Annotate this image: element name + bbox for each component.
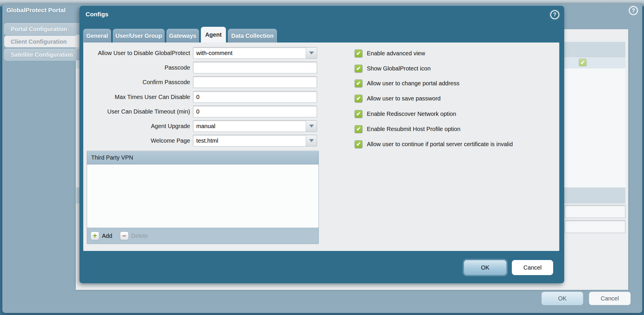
question-mark-icon: ? (632, 8, 635, 14)
check-icon: ✔ (356, 66, 361, 72)
third-party-vpn-body-empty[interactable] (87, 164, 319, 228)
checkbox-label: Enable Resubmit Host Profile option (367, 126, 460, 132)
sidebar-tab-label: Client Configuration (11, 38, 67, 45)
field-label: Agent Upgrade (83, 123, 193, 130)
sidebar-tab-client-configuration[interactable]: Client Configuration (4, 36, 82, 47)
checkbox-allow-change-portal-address[interactable]: ✔ Allow user to change portal address (355, 79, 459, 87)
checkbox-checked[interactable]: ✔ (355, 65, 362, 72)
question-mark-icon: ? (553, 12, 556, 18)
dialog-help-icon[interactable]: ? (550, 10, 559, 19)
checkbox-label: Show GlobalProtect icon (367, 65, 431, 72)
tab-label: Gateways (169, 33, 196, 39)
check-icon: ✔ (356, 111, 361, 117)
check-icon: ✔ (356, 50, 361, 56)
checkbox-label: Allow user to save password (367, 95, 440, 102)
tab-gateways[interactable]: Gateways (167, 29, 199, 43)
chevron-down-icon (309, 52, 314, 54)
window-title: GlobalProtect Portal (6, 7, 66, 14)
tab-data-collection[interactable]: Data Collection (228, 29, 277, 43)
tab-user-user-group[interactable]: User/User Group (113, 29, 164, 43)
checkbox-checked[interactable]: ✔ (355, 49, 362, 57)
window-cancel-button[interactable]: Cancel (589, 292, 631, 305)
check-icon: ✔ (356, 95, 361, 102)
sidebar-tab-label: Satellite Configuration (11, 52, 73, 58)
field-label: Confirm Passcode (83, 79, 193, 86)
column-header-label: Third Party VPN (91, 154, 133, 161)
tab-general[interactable]: General (83, 29, 111, 43)
dropdown-button[interactable] (306, 47, 317, 59)
checkbox-enable-rediscover-network[interactable]: ✔ Enable Rediscover Network option (355, 110, 456, 118)
tab-label: User/User Group (115, 33, 162, 39)
add-button[interactable]: + Add (91, 231, 112, 240)
field-label: Allow User to Disable GlobalProtect (83, 50, 193, 56)
agent-upgrade-select[interactable] (193, 120, 317, 132)
welcome-page-select[interactable] (193, 135, 317, 146)
form-row: Welcome Page (83, 135, 317, 146)
third-party-vpn-header[interactable]: Third Party VPN (87, 151, 319, 164)
dropdown-button[interactable] (306, 135, 317, 146)
check-icon: ✔ (356, 141, 361, 147)
sidebar-tab-portal-configuration[interactable]: Portal Configuration (4, 23, 82, 35)
check-icon: ✔ (356, 126, 361, 132)
cancel-label: Cancel (523, 264, 542, 271)
field-label: Welcome Page (83, 137, 193, 144)
ok-label: OK (558, 295, 567, 302)
checkbox-label: Enable Rediscover Network option (367, 111, 456, 117)
checkbox-label: Allow user to continue if portal server … (367, 141, 513, 148)
minus-icon: − (120, 231, 129, 240)
tab-label: Data Collection (231, 33, 274, 39)
form-row: Confirm Passcode (83, 76, 317, 88)
dialog-tabbar: General User/User Group Gateways Agent D… (83, 29, 277, 43)
checkbox-checked[interactable]: ✔ (355, 110, 362, 118)
field-label: User Can Disable Timeout (min) (83, 108, 193, 115)
max-times-user-can-disable-field[interactable] (193, 91, 317, 103)
form-row: User Can Disable Timeout (min) (83, 106, 317, 117)
checkbox-allow-save-password[interactable]: ✔ Allow user to save password (355, 95, 440, 102)
tab-label: Agent (205, 31, 222, 38)
checkbox-checked[interactable]: ✔ (355, 140, 362, 148)
tab-agent[interactable]: Agent (201, 27, 226, 43)
check-icon: ✔ (356, 80, 361, 86)
dialog-title: Configs (86, 11, 108, 18)
dialog-cancel-button[interactable]: Cancel (512, 260, 553, 275)
checkbox-enable-advanced-view[interactable]: ✔ Enable advanced view (355, 49, 425, 57)
cancel-label: Cancel (601, 295, 619, 302)
plus-icon: + (91, 231, 99, 240)
ok-label: OK (481, 264, 489, 271)
form-row: Max Times User Can Disable (83, 91, 317, 103)
user-can-disable-timeout-field[interactable] (193, 106, 317, 117)
checkbox-checked[interactable]: ✔ (355, 125, 362, 133)
checkbox-checked[interactable]: ✔ (355, 79, 362, 87)
background-field-2[interactable] (565, 220, 626, 233)
tab-label: General (86, 33, 108, 39)
agent-tab-panel: Allow User to Disable GlobalProtect Pass… (83, 43, 559, 251)
checkbox-checked[interactable]: ✔ (355, 95, 362, 102)
dialog-ok-button[interactable]: OK (464, 260, 507, 275)
sidebar-tab-label: Portal Configuration (11, 26, 67, 32)
background-field-1[interactable] (565, 205, 626, 218)
use-sso-checkbox[interactable]: ✔ (579, 59, 587, 66)
dropdown-button[interactable] (306, 121, 317, 132)
checkbox-label: Allow user to change portal address (367, 80, 459, 87)
form-row: Agent Upgrade (83, 120, 317, 132)
check-icon: ✔ (581, 60, 585, 66)
checkbox-allow-continue-invalid-certificate[interactable]: ✔ Allow user to continue if portal serve… (355, 140, 513, 148)
chevron-down-icon (309, 125, 314, 128)
delete-button[interactable]: − Delete (120, 231, 148, 240)
field-label: Passcode (83, 64, 193, 71)
checkbox-show-globalprotect-icon[interactable]: ✔ Show GlobalProtect icon (355, 65, 431, 72)
sidebar-tab-satellite-configuration[interactable]: Satellite Configuration (4, 49, 82, 61)
third-party-vpn-table: Third Party VPN + Add − Delete (87, 151, 319, 244)
form-row: Passcode (83, 62, 317, 73)
passcode-field[interactable] (193, 62, 317, 73)
add-label: Add (102, 233, 112, 239)
configs-dialog: Configs ? General User/User Group Gatewa… (79, 6, 564, 283)
confirm-passcode-field[interactable] (193, 76, 317, 88)
window-ok-button[interactable]: OK (542, 292, 583, 305)
chevron-down-icon (309, 139, 314, 142)
form-row: Allow User to Disable GlobalProtect (83, 47, 317, 59)
allow-user-to-disable-select[interactable] (193, 47, 317, 59)
help-icon[interactable]: ? (629, 6, 638, 15)
checkbox-enable-resubmit-host-profile[interactable]: ✔ Enable Resubmit Host Profile option (355, 125, 460, 133)
field-label: Max Times User Can Disable (83, 94, 193, 100)
